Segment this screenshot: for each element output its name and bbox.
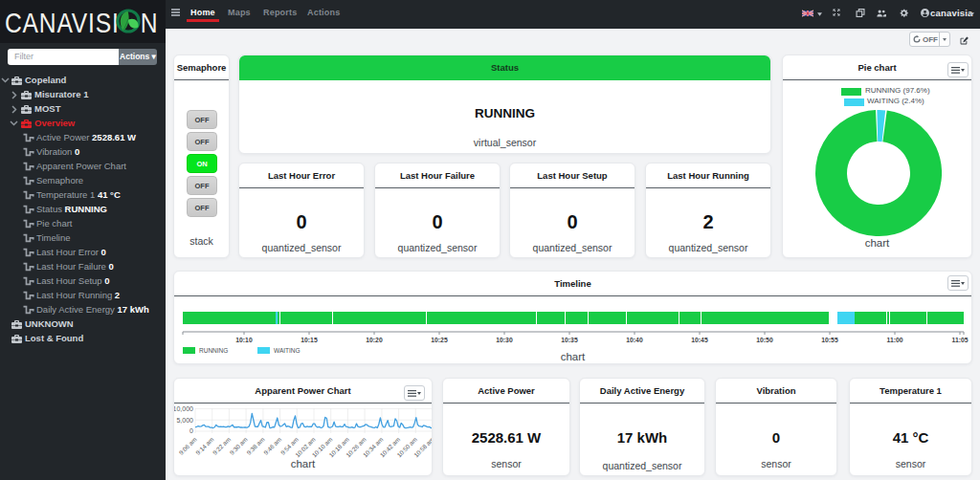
svg-text:10:35: 10:35 <box>561 337 578 343</box>
svg-text:10:30: 10:30 <box>496 337 513 343</box>
svg-text:10:50: 10:50 <box>756 337 773 343</box>
svg-text:10:15: 10:15 <box>301 337 318 343</box>
svg-text:11:00: 11:00 <box>886 337 902 343</box>
svg-text:9:30 am: 9:30 am <box>229 436 249 456</box>
svg-text:5,000: 5,000 <box>176 417 193 424</box>
svg-text:0: 0 <box>189 427 193 434</box>
svg-text:10,000: 10,000 <box>174 405 193 412</box>
svg-text:10:25: 10:25 <box>431 337 448 343</box>
svg-text:10:55: 10:55 <box>821 337 838 343</box>
svg-text:11:05: 11:05 <box>951 337 968 343</box>
svg-text:10:45: 10:45 <box>691 337 708 343</box>
svg-text:10:40: 10:40 <box>626 337 643 343</box>
svg-text:10:10: 10:10 <box>235 337 253 343</box>
svg-text:10:20: 10:20 <box>366 337 383 343</box>
